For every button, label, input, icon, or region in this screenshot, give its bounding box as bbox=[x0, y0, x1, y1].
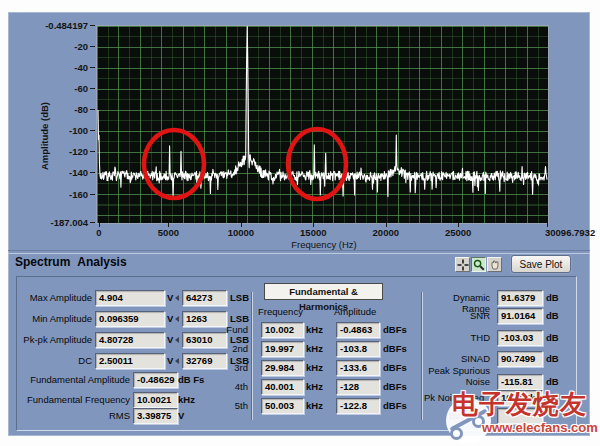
pan-tool-button[interactable] bbox=[487, 257, 502, 272]
y-tick-mark bbox=[90, 67, 95, 68]
metric-label: THD bbox=[424, 332, 490, 343]
crosshair-tool-button[interactable] bbox=[455, 257, 470, 272]
y-tick-mark bbox=[90, 151, 95, 152]
dynamic-range-value[interactable]: 91.6379 bbox=[497, 290, 543, 306]
column-separator bbox=[251, 292, 253, 420]
unit-label: dB bbox=[546, 310, 559, 321]
y-tick-mark bbox=[90, 25, 95, 26]
coerce-icon bbox=[175, 295, 179, 301]
coerce-icon bbox=[175, 358, 179, 364]
harmonic-frequency-value[interactable]: 10.002 bbox=[261, 322, 304, 338]
unit-label: kHz bbox=[306, 362, 323, 373]
unit-label: dBFs bbox=[383, 324, 407, 335]
y-tick-label: -160 bbox=[28, 189, 88, 200]
snr-value[interactable]: 91.0164 bbox=[497, 308, 543, 324]
y-tick-mark bbox=[90, 109, 95, 110]
harmonic-amplitude-value[interactable]: -0.4863 bbox=[336, 322, 380, 338]
harmonic-frequency-value[interactable]: 50.003 bbox=[261, 398, 304, 414]
pk-noise-freq-value[interactable]: 105.05k bbox=[497, 390, 543, 406]
y-tick-label: -0.484197 bbox=[28, 20, 88, 31]
metric-label: SNR bbox=[424, 310, 490, 321]
harmonic-amplitude-value[interactable]: -133.6 bbox=[336, 360, 380, 376]
fundamental-frequency-value[interactable]: 10.0021 bbox=[133, 392, 178, 408]
harmonics-header: Fundamental & Harmonics bbox=[264, 283, 383, 300]
amplitude-column-header: Amplitude bbox=[334, 306, 376, 317]
unit-label: LSB bbox=[230, 313, 249, 324]
spectrum-plot[interactable] bbox=[96, 25, 549, 224]
peak-spurious-noise-value[interactable]: -115.81 bbox=[497, 374, 543, 390]
measurement-label: Fundamental Amplitude bbox=[15, 374, 130, 385]
red-circle-annotation-1 bbox=[144, 130, 204, 198]
y-tick-mark bbox=[90, 88, 95, 89]
unit-label: V bbox=[167, 292, 173, 303]
coerce-icon bbox=[175, 316, 179, 322]
harmonic-name: 5th bbox=[214, 400, 248, 411]
unit-label: dB Fs bbox=[178, 374, 204, 385]
harmonic-amplitude-value[interactable]: -128 bbox=[336, 379, 380, 395]
harmonic-amplitude-value[interactable]: -122.8 bbox=[336, 398, 380, 414]
spectrum-analyzer-window: -0.484197-20-40-60-80-100-120-140-160-18… bbox=[0, 0, 600, 446]
unit-label: kHz bbox=[178, 394, 195, 405]
unit-label: LSB bbox=[230, 292, 249, 303]
measurement-label: Fundamental Frequency bbox=[15, 394, 130, 405]
unit-label: kHz bbox=[306, 381, 323, 392]
sinad-value[interactable]: 90.7499 bbox=[497, 351, 543, 367]
harmonic-name: Fund bbox=[214, 324, 248, 335]
harmonic-amplitude-value[interactable]: -103.8 bbox=[336, 341, 380, 357]
metric-label: Peak Spurious Noise bbox=[424, 365, 490, 387]
fundamental-amplitude-value[interactable]: -0.48629 bbox=[133, 372, 178, 388]
thd-value[interactable]: -103.03 bbox=[497, 330, 543, 346]
hand-icon bbox=[489, 259, 501, 271]
min-amplitude-value[interactable]: 0.096359 bbox=[95, 311, 165, 327]
metric-label: SINAD bbox=[424, 353, 490, 364]
unit-label: dB bbox=[546, 376, 559, 387]
metric-label: Pk Noise Freq bbox=[424, 392, 490, 403]
x-axis-label: Frequency (Hz) bbox=[244, 239, 404, 250]
zoom-tool-button[interactable] bbox=[471, 257, 486, 272]
unit-label: dB bbox=[546, 353, 559, 364]
x-tick-label: 25000 bbox=[428, 227, 488, 238]
bin-width-value[interactable] bbox=[497, 408, 543, 424]
unit-label: dBFs bbox=[383, 343, 407, 354]
red-circle-annotation-2 bbox=[288, 129, 346, 199]
y-tick-mark bbox=[90, 194, 95, 195]
y-tick-label: -80 bbox=[28, 104, 88, 115]
harmonic-name: 3rd bbox=[214, 362, 248, 373]
panel-title: Spectrum Analysis bbox=[15, 255, 127, 269]
measurement-label: RMS bbox=[15, 410, 130, 421]
max-amplitude-lsb-value[interactable]: 64273 bbox=[182, 290, 227, 306]
y-tick-mark bbox=[90, 46, 95, 47]
harmonic-frequency-value[interactable]: 29.984 bbox=[261, 360, 304, 376]
unit-label: kHz bbox=[306, 343, 323, 354]
pkpk-amplitude-value[interactable]: 4.80728 bbox=[95, 332, 165, 348]
save-plot-button[interactable]: Save Plot bbox=[511, 255, 571, 273]
unit-label: V bbox=[167, 334, 173, 345]
unit-label: V bbox=[167, 313, 173, 324]
frequency-column-header: Frequency bbox=[258, 306, 303, 317]
column-separator bbox=[421, 292, 423, 420]
y-tick-mark bbox=[90, 130, 95, 131]
measurement-label: Min Amplitude bbox=[18, 313, 92, 324]
max-amplitude-value[interactable]: 4.904 bbox=[95, 290, 165, 306]
coerce-icon bbox=[175, 337, 179, 343]
crosshair-icon bbox=[457, 259, 469, 271]
section-divider bbox=[8, 250, 590, 254]
x-tick-label: 5000 bbox=[138, 227, 198, 238]
rms-value[interactable]: 3.39875 bbox=[133, 408, 178, 424]
unit-label: V bbox=[167, 355, 173, 366]
harmonic-frequency-value[interactable]: 40.001 bbox=[261, 379, 304, 395]
y-tick-label: -120 bbox=[28, 146, 88, 157]
unit-label: dB bbox=[546, 332, 559, 343]
y-tick-label: -40 bbox=[28, 62, 88, 73]
y-axis-label: Amplitude (dB) bbox=[39, 78, 51, 194]
x-tick-label: 20000 bbox=[356, 227, 416, 238]
y-tick-label: -20 bbox=[28, 41, 88, 52]
harmonic-frequency-value[interactable]: 19.997 bbox=[261, 341, 304, 357]
unit-label: dBFs bbox=[383, 400, 407, 411]
unit-label: kHz bbox=[306, 400, 323, 411]
measurement-label: DC bbox=[18, 355, 92, 366]
measurement-label: Pk-pk Amplitude bbox=[18, 334, 92, 345]
dc-value[interactable]: 2.50011 bbox=[95, 353, 165, 369]
y-tick-mark bbox=[90, 172, 95, 173]
unit-label: dBFs bbox=[383, 381, 407, 392]
